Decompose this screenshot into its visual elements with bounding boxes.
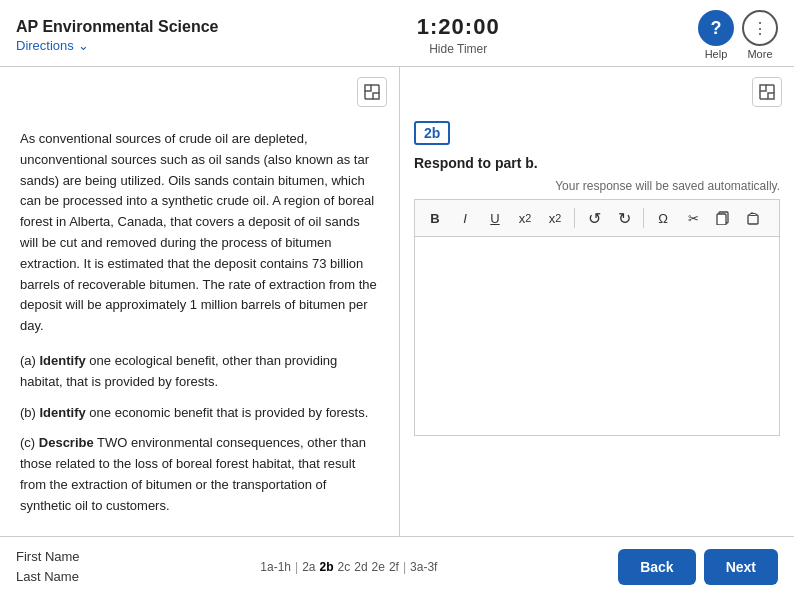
hide-timer-button[interactable]: Hide Timer	[417, 42, 500, 56]
header: AP Environmental Science Directions ⌄ 1:…	[0, 0, 794, 67]
help-wrap: ? Help	[698, 10, 734, 60]
student-name: First Name Last Name	[16, 547, 80, 586]
part-b-label: (b) Identify one economic benefit that i…	[20, 405, 368, 420]
help-button[interactable]: ?	[698, 10, 734, 46]
chevron-down-icon: ⌄	[78, 38, 89, 53]
bold-button[interactable]: B	[421, 204, 449, 232]
left-panel: As conventional sources of crude oil are…	[0, 67, 400, 536]
nav-3a-3f[interactable]: 3a-3f	[410, 560, 437, 574]
last-name: Last Name	[16, 567, 80, 587]
part-c: (c) Describe TWO environmental consequen…	[20, 433, 379, 516]
svg-rect-13	[717, 214, 726, 225]
footer: First Name Last Name 1a-1h | 2a 2b 2c 2d…	[0, 536, 794, 596]
editor-toolbar: B I U x2 x2 ↺ ↻ Ω ✂	[414, 199, 780, 236]
footer-buttons: Back Next	[618, 549, 778, 585]
superscript-button[interactable]: x2	[511, 204, 539, 232]
header-left: AP Environmental Science Directions ⌄	[16, 18, 218, 53]
nav-2e[interactable]: 2e	[372, 560, 385, 574]
paste-button[interactable]	[739, 204, 767, 232]
svg-rect-6	[760, 85, 766, 91]
svg-rect-14	[748, 215, 758, 224]
header-right: ? Help ⋮ More	[698, 10, 778, 60]
passage-body: As conventional sources of crude oil are…	[20, 129, 379, 337]
part-a-bold: Identify	[40, 353, 86, 368]
svg-rect-1	[373, 93, 379, 99]
more-button[interactable]: ⋮	[742, 10, 778, 46]
nav-2a[interactable]: 2a	[302, 560, 315, 574]
help-label: Help	[705, 48, 728, 60]
nav-2f[interactable]: 2f	[389, 560, 399, 574]
next-button[interactable]: Next	[704, 549, 778, 585]
directions-button[interactable]: Directions ⌄	[16, 38, 218, 53]
undo-button[interactable]: ↺	[580, 204, 608, 232]
expand-left-button[interactable]	[357, 77, 387, 107]
svg-rect-7	[768, 93, 774, 99]
part-b: (b) Identify one economic benefit that i…	[20, 403, 379, 424]
part-b-bold: Identify	[40, 405, 86, 420]
copy-button[interactable]	[709, 204, 737, 232]
question-prompt: Respond to part b.	[414, 155, 780, 171]
subscript-button[interactable]: x2	[541, 204, 569, 232]
nav-sep-2: |	[403, 560, 406, 574]
italic-button[interactable]: I	[451, 204, 479, 232]
part-c-bold: Describe	[39, 435, 94, 450]
nav-2d[interactable]: 2d	[354, 560, 367, 574]
nav-2c[interactable]: 2c	[338, 560, 351, 574]
svg-rect-15	[750, 214, 756, 216]
question-nav: 1a-1h | 2a 2b 2c 2d 2e 2f | 3a-3f	[80, 560, 619, 574]
nav-2b[interactable]: 2b	[320, 560, 334, 574]
timer-display: 1:20:00	[417, 14, 500, 40]
expand-right-button[interactable]	[752, 77, 782, 107]
right-panel: 2b Respond to part b. Your response will…	[400, 67, 794, 536]
toolbar-separator-1	[574, 208, 575, 228]
cut-button[interactable]: ✂	[679, 204, 707, 232]
part-a-label: (a) Identify one ecological benefit, oth…	[20, 353, 337, 389]
nav-1a-1h[interactable]: 1a-1h	[260, 560, 291, 574]
more-label: More	[747, 48, 772, 60]
redo-button[interactable]: ↻	[610, 204, 638, 232]
timer-section: 1:20:00 Hide Timer	[417, 14, 500, 56]
directions-label: Directions	[16, 38, 74, 53]
part-a: (a) Identify one ecological benefit, oth…	[20, 351, 379, 393]
back-button[interactable]: Back	[618, 549, 695, 585]
underline-button[interactable]: U	[481, 204, 509, 232]
passage-text: As conventional sources of crude oil are…	[20, 129, 379, 517]
svg-rect-0	[365, 85, 371, 91]
response-editor[interactable]	[414, 236, 780, 436]
more-wrap: ⋮ More	[742, 10, 778, 60]
app-title: AP Environmental Science	[16, 18, 218, 36]
autosave-note: Your response will be saved automaticall…	[414, 179, 780, 193]
nav-sep-1: |	[295, 560, 298, 574]
question-badge: 2b	[414, 121, 450, 145]
omega-button[interactable]: Ω	[649, 204, 677, 232]
main-content: As conventional sources of crude oil are…	[0, 67, 794, 536]
part-c-label: (c) Describe TWO environmental consequen…	[20, 435, 366, 512]
first-name: First Name	[16, 547, 80, 567]
toolbar-separator-2	[643, 208, 644, 228]
